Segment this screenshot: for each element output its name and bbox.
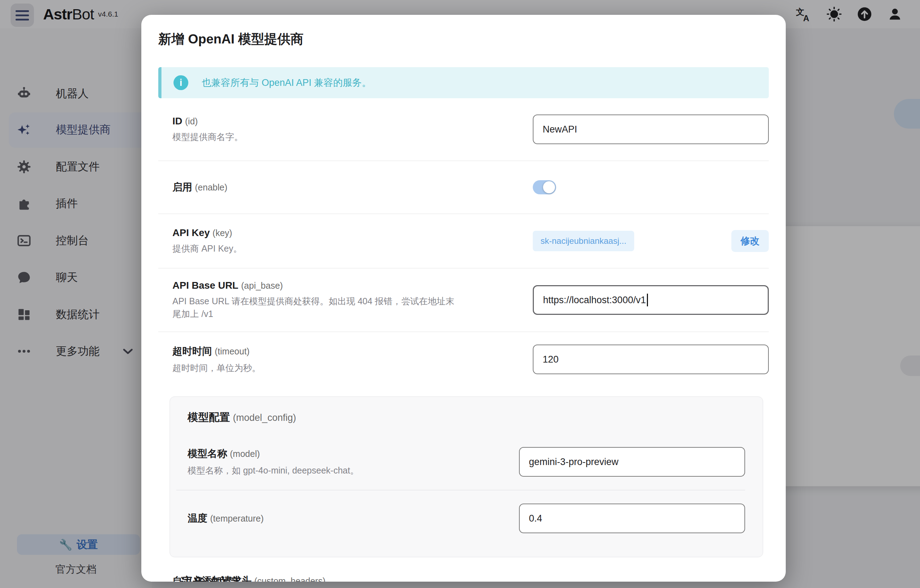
field-label: API Key (key)	[172, 227, 533, 238]
field-label: API Base URL (api_base)	[172, 280, 533, 291]
toggle-knob	[543, 181, 555, 193]
field-description: 模型名称，如 gpt-4o-mini, deepseek-chat。	[188, 464, 470, 477]
field-row-timeout: 超时时间 (timeout) 超时时间，单位为秒。	[158, 332, 769, 387]
info-icon: i	[173, 75, 188, 90]
field-row-id: ID (id) 模型提供商名字。	[158, 98, 769, 160]
info-alert: i 也兼容所有与 OpenAI API 兼容的服务。	[158, 67, 769, 98]
api-key-edit-button[interactable]: 修改	[731, 230, 769, 252]
field-label: 模型名称 (model)	[188, 447, 519, 460]
api-base-input[interactable]: https://localhost:3000/v1	[533, 285, 769, 315]
field-row-api-base: API Base URL (api_base) API Base URL 请在模…	[158, 268, 769, 332]
field-row-temperature: 温度 (temperature)	[176, 490, 745, 546]
model-input[interactable]	[519, 447, 745, 477]
field-row-enable: 启用 (enable)	[158, 160, 769, 214]
field-description: 超时时间，单位为秒。	[172, 361, 455, 374]
temperature-input[interactable]	[519, 504, 745, 533]
timeout-input[interactable]	[533, 345, 769, 374]
model-config-title: 模型配置 (model_config)	[176, 410, 745, 425]
clipped-next-section-title: 语音转文字	[181, 575, 241, 582]
astrbot-app: AstrBot v4.6.1 文A	[0, 0, 920, 588]
field-row-api-key: API Key (key) 提供商 API Key。 sk-nacijeubni…	[158, 214, 769, 268]
field-description: 模型提供商名字。	[172, 130, 455, 143]
api-key-chip: sk-nacijeubniankaasj...	[533, 231, 634, 251]
text-caret	[647, 294, 648, 306]
field-description: API Base URL 请在模型提供商处获得。如出现 404 报错，尝试在地址…	[172, 295, 455, 320]
field-description: 提供商 API Key。	[172, 242, 455, 255]
field-label: ID (id)	[172, 115, 533, 127]
field-row-model: 模型名称 (model) 模型名称，如 gpt-4o-mini, deepsee…	[176, 434, 745, 490]
info-alert-text: 也兼容所有与 OpenAI API 兼容的服务。	[202, 76, 371, 89]
field-label: 温度 (temperature)	[188, 512, 519, 525]
model-config-section: 模型配置 (model_config) 模型名称 (model) 模型名称，如 …	[170, 397, 763, 557]
dialog-title: 新增 OpenAI 模型提供商	[158, 15, 769, 48]
field-label: 启用 (enable)	[172, 181, 533, 194]
api-base-value: https://localhost:3000/v1	[543, 295, 646, 306]
field-row-custom-headers: 自定义添加请求头 (custom_headers) 此处添加的键值对将被合并到 …	[158, 562, 769, 582]
id-input[interactable]	[533, 115, 769, 144]
add-openai-provider-dialog: 新增 OpenAI 模型提供商 i 也兼容所有与 OpenAI API 兼容的服…	[141, 15, 786, 582]
enable-toggle[interactable]	[533, 180, 556, 194]
field-label: 超时时间 (timeout)	[172, 345, 533, 358]
